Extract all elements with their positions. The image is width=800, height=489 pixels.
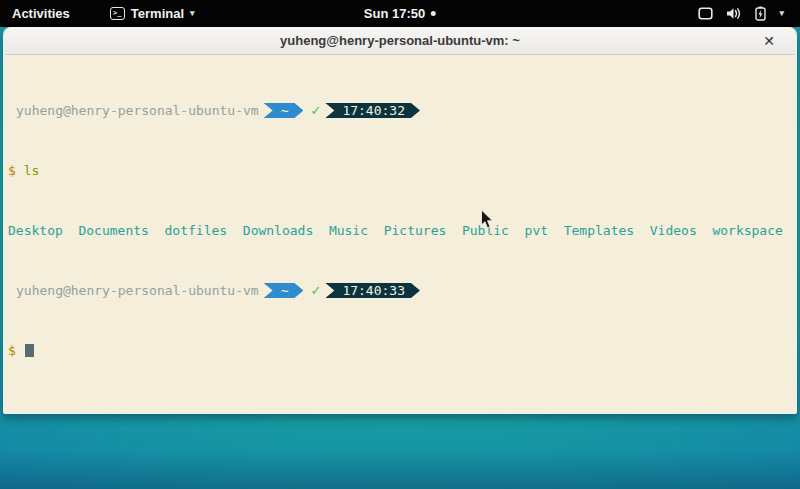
prompt-path-segment: ~: [264, 103, 304, 118]
ls-output-line: Desktop Documents dotfiles Downloads Mus…: [8, 223, 795, 238]
top-bar: Activities >_ Terminal ▾ Sun 17:50 ▾: [0, 0, 800, 27]
terminal-app-icon: >_: [110, 7, 125, 20]
window-title: yuheng@henry-personal-ubuntu-vm: ~: [280, 33, 520, 48]
prompt-user-host: yuheng@henry-personal-ubuntu-vm: [16, 103, 259, 118]
status-check-icon: ✓: [310, 103, 321, 118]
chevron-down-icon: ▾: [779, 9, 784, 18]
window-titlebar[interactable]: yuheng@henry-personal-ubuntu-vm: ~ ✕: [5, 27, 795, 55]
app-menu-terminal[interactable]: >_ Terminal ▾: [110, 6, 195, 21]
prompt-path-segment: ~: [264, 283, 304, 298]
chevron-down-icon: ▾: [190, 9, 195, 18]
command-text: ls: [24, 163, 40, 178]
prompt-dollar: $: [8, 163, 16, 178]
terminal-screen[interactable]: yuheng@henry-personal-ubuntu-vm ~ ✓ 17:4…: [5, 55, 795, 411]
current-input-line: $: [8, 343, 795, 358]
activities-button[interactable]: Activities: [0, 0, 82, 27]
notification-dot-icon: [431, 11, 436, 16]
terminal-cursor: [25, 344, 34, 357]
activities-label: Activities: [12, 6, 70, 21]
prompt-line: yuheng@henry-personal-ubuntu-vm ~ ✓ 17:4…: [8, 103, 795, 118]
prompt-line: yuheng@henry-personal-ubuntu-vm ~ ✓ 17:4…: [8, 283, 795, 298]
prompt-user-host: yuheng@henry-personal-ubuntu-vm: [16, 283, 259, 298]
clock-button[interactable]: Sun 17:50: [364, 0, 436, 27]
prompt-time-segment: 17:40:33: [325, 283, 420, 298]
clock-label: Sun 17:50: [364, 6, 425, 21]
status-check-icon: ✓: [310, 283, 321, 298]
command-line: $ ls: [8, 163, 795, 178]
volume-icon: [726, 7, 742, 20]
directory-list: Desktop Documents dotfiles Downloads Mus…: [8, 223, 783, 238]
prompt-time-segment: 17:40:32: [325, 103, 420, 118]
terminal-window: yuheng@henry-personal-ubuntu-vm: ~ ✕ yuh…: [3, 27, 797, 414]
display-icon: [698, 7, 713, 20]
prompt-dollar: $: [8, 343, 16, 358]
system-status-menu[interactable]: ▾: [698, 0, 800, 27]
app-menu-label: Terminal: [131, 6, 184, 21]
battery-charging-icon: [755, 6, 766, 21]
close-button[interactable]: ✕: [759, 32, 779, 50]
desktop: { "top_bar": { "activities": "Activities…: [0, 0, 800, 489]
